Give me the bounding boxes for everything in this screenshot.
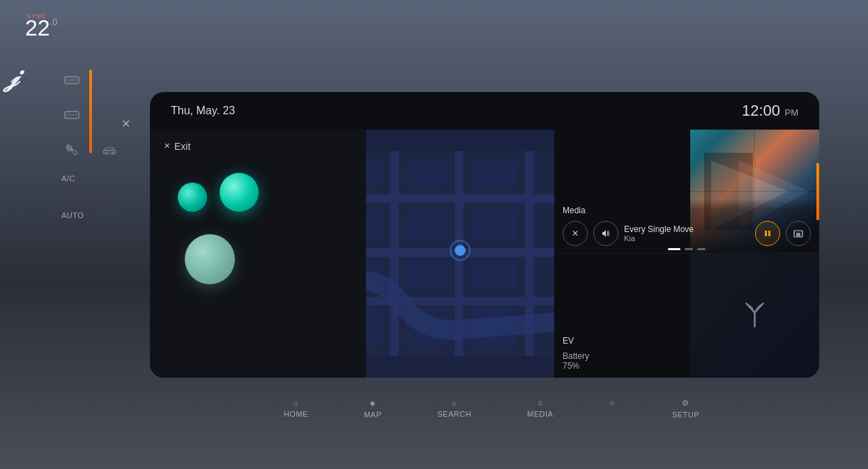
setup-icon: ⚙ (682, 399, 690, 408)
svg-rect-24 (366, 210, 381, 240)
page-dots (668, 248, 706, 250)
bottom-nav: ⌂ HOME ◈ MAP ⌕ SEARCH ♫ MEDIA ☆ ⚙ SETUP (115, 390, 868, 427)
ev-battery-info: Battery 75% (563, 351, 589, 371)
song-artist: Kia (624, 234, 749, 243)
svg-rect-33 (471, 259, 516, 289)
ev-widget: EV Battery 75% (554, 254, 819, 378)
voice-orb-3 (185, 234, 235, 284)
defrost-rear-icon[interactable] (61, 70, 82, 91)
map-label: MAP (364, 410, 381, 419)
map-panel[interactable] (366, 130, 554, 378)
ev-label: EV (563, 336, 811, 346)
nav-home[interactable]: ⌂ HOME (284, 399, 308, 419)
dot-2 (685, 248, 693, 250)
volume-button[interactable] (593, 221, 618, 246)
svg-rect-31 (471, 162, 516, 185)
media-icon: ♫ (537, 399, 543, 407)
voice-orb-1 (178, 183, 207, 212)
car-dashboard: SYNC 22.0 𝒿 (0, 0, 868, 469)
svg-point-35 (455, 245, 465, 255)
exit-x-icon: ✕ (164, 141, 170, 151)
svg-rect-32 (471, 210, 516, 240)
cast-button[interactable] (786, 221, 811, 246)
svg-rect-29 (406, 259, 448, 289)
nav-map[interactable]: ◈ MAP (364, 399, 381, 419)
date-display: Thu, May. 23 (171, 105, 235, 117)
main-screen: Thu, May. 23 12:00 PM ✕ Exit (150, 92, 819, 378)
svg-rect-6 (65, 112, 79, 118)
map-icon: ◈ (370, 399, 376, 408)
nav-setup[interactable]: ⚙ SETUP (672, 399, 699, 419)
vent-icon[interactable] (61, 105, 82, 125)
time-ampm: PM (785, 107, 799, 118)
svg-rect-28 (406, 210, 448, 240)
auto-label[interactable]: AUTO (61, 211, 120, 220)
svg-rect-23 (366, 162, 381, 185)
song-title: Every Single Move (624, 224, 749, 234)
setup-label: SETUP (672, 410, 699, 419)
ev-controls-row: Battery 75% (563, 351, 811, 371)
ev-info: EV Battery 75% (554, 329, 819, 378)
ev-battery-percent: 75% (563, 361, 589, 371)
brand-logo: 𝒿 (10, 63, 17, 93)
climate-panel: SYNC 22.0 𝒿 (0, 0, 101, 469)
nav-favorites[interactable]: ☆ (609, 399, 616, 419)
screen-header: Thu, May. 23 12:00 PM (150, 92, 819, 130)
svg-rect-42 (765, 231, 767, 236)
svg-rect-20 (390, 151, 398, 355)
screen-right-accent (816, 163, 819, 220)
temp-value: 22 (25, 15, 50, 40)
map-svg (366, 130, 554, 378)
time-value: 12:00 (742, 102, 780, 119)
svg-rect-45 (796, 233, 800, 236)
song-info: Every Single Move Kia (624, 224, 749, 243)
ac-label[interactable]: A/C (61, 174, 120, 183)
svg-rect-43 (768, 231, 770, 236)
fan-icon[interactable] (61, 139, 82, 160)
divider (61, 197, 103, 197)
temperature-display: 22.0 (25, 17, 57, 39)
home-icon: ⌂ (294, 399, 298, 407)
nav-media[interactable]: ♫ MEDIA (527, 399, 553, 419)
media-close-button[interactable]: ✕ (563, 221, 588, 246)
pause-button[interactable] (755, 221, 780, 246)
home-label: HOME (284, 410, 308, 418)
orange-accent-bar (89, 70, 92, 153)
svg-rect-27 (406, 162, 448, 185)
voice-panel: ✕ Exit (150, 130, 366, 378)
media-info: Media ✕ (554, 199, 819, 253)
media-label-nav: MEDIA (527, 410, 553, 418)
exit-button[interactable]: ✕ Exit (164, 141, 352, 152)
right-panels: Media ✕ (554, 130, 819, 378)
svg-rect-26 (366, 307, 381, 345)
time-display: 12:00 PM (742, 102, 798, 120)
search-label: SEARCH (437, 410, 471, 418)
temp-decimal: .0 (50, 17, 58, 27)
voice-orbs-container (164, 166, 352, 287)
media-label: Media (563, 206, 811, 215)
dot-1 (668, 248, 680, 250)
favorites-icon: ☆ (609, 399, 616, 408)
screen-content: ✕ Exit (150, 130, 819, 378)
nav-search[interactable]: ⌕ SEARCH (437, 399, 471, 419)
voice-orb-2 (220, 173, 259, 212)
close-voice-button[interactable]: ✕ (117, 115, 134, 132)
media-widget: Media ✕ (554, 130, 819, 254)
exit-label: Exit (174, 141, 190, 152)
media-controls-row: ✕ E (563, 221, 811, 246)
car-icon[interactable] (99, 139, 120, 160)
close-icon: ✕ (572, 229, 579, 238)
search-icon: ⌕ (452, 399, 457, 407)
ev-battery-label: Battery (563, 351, 589, 361)
dot-3 (697, 248, 706, 250)
